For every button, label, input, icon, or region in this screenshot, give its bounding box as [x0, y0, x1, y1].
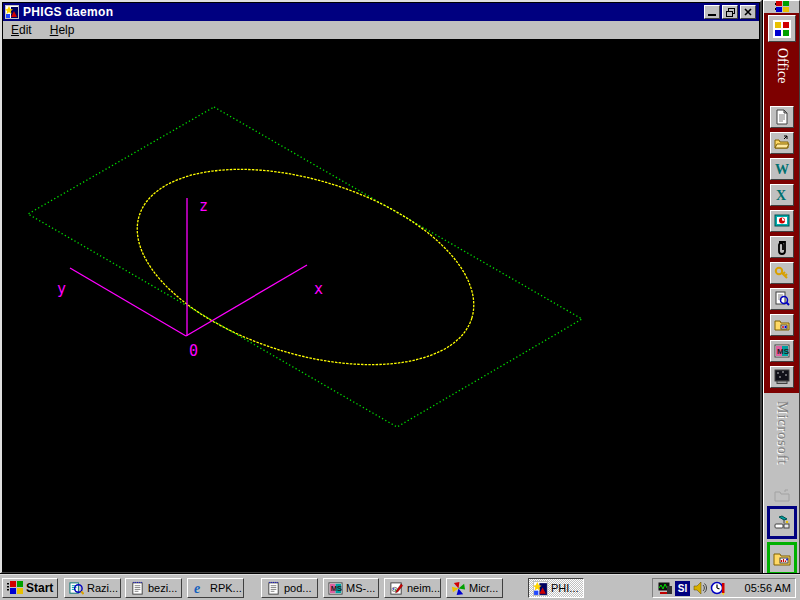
phigs-app-icon: [5, 5, 19, 19]
open-folder-icon: [774, 135, 790, 151]
schedule-clock-icon: [774, 213, 790, 229]
schedule-button[interactable]: [770, 210, 794, 232]
notepad-icon: [130, 581, 145, 596]
desktop-toolbar-button[interactable]: [767, 506, 797, 539]
explorer-icon: [69, 581, 84, 596]
task-button-msdos[interactable]: MS MS-...: [323, 578, 379, 598]
new-document-button[interactable]: [770, 106, 794, 128]
menu-bar: Edit Help: [3, 21, 759, 39]
starry-screen-icon: [774, 369, 790, 385]
task-label: Micr...: [469, 582, 498, 594]
new-document-icon: [774, 109, 790, 125]
svg-text:MS: MS: [331, 584, 342, 593]
system-tray: SI 05:56 AM: [652, 578, 796, 598]
key-icon: [774, 265, 790, 281]
office-shortcut-bar: Office W: [763, 0, 800, 574]
folder-image-button[interactable]: [770, 314, 794, 336]
clock[interactable]: 05:56 AM: [745, 582, 791, 594]
task-label: neim...: [407, 582, 440, 594]
windows-logo-icon: [775, 1, 789, 13]
start-windows-logo-icon: [7, 581, 23, 595]
office-bar-menu-button[interactable]: [764, 1, 799, 13]
svg-text:W: W: [775, 162, 789, 177]
internet-explorer-icon: e: [192, 581, 207, 596]
minimize-icon: [708, 14, 716, 16]
menu-edit-accel: E: [11, 23, 19, 37]
task-label: RPK...: [210, 582, 242, 594]
close-button[interactable]: [740, 5, 756, 19]
graphics-client-area: [3, 39, 759, 571]
phigs-app-icon: [533, 581, 548, 596]
title-bar[interactable]: PHIGS daemon: [3, 3, 759, 21]
task-button-paint[interactable]: neim...: [384, 578, 441, 598]
menu-edit-rest: dit: [19, 23, 32, 37]
access-button[interactable]: [770, 262, 794, 284]
scheduler-clock-icon[interactable]: [710, 580, 726, 596]
start-label: Start: [26, 581, 53, 595]
word-button[interactable]: W: [770, 158, 794, 180]
task-label: Razi...: [87, 582, 118, 594]
find-document-icon: [774, 291, 790, 307]
find-button[interactable]: [770, 288, 794, 310]
desktop-icon: [772, 513, 792, 533]
binder-clip-icon: [774, 239, 790, 255]
office-logo-icon: [773, 20, 791, 38]
task-button-notepad-2[interactable]: pod...: [261, 578, 318, 598]
task-button-internet[interactable]: e RPK...: [187, 578, 244, 598]
minimize-button[interactable]: [704, 5, 720, 19]
office-toolbar-section: Office W: [764, 13, 799, 393]
task-label: pod...: [284, 582, 312, 594]
window-title: PHIGS daemon: [23, 5, 113, 19]
task-button-explorer[interactable]: Razi...: [64, 578, 121, 598]
task-label: MS-...: [346, 582, 375, 594]
system-monitor-icon[interactable]: [657, 580, 673, 596]
ms-dos-icon: MS: [328, 581, 343, 596]
start-button[interactable]: Start: [2, 578, 58, 598]
task-button-notepad-1[interactable]: bezi...: [125, 578, 182, 598]
msdos-button[interactable]: MS: [770, 340, 794, 362]
office-bar-title: Office: [775, 48, 789, 100]
folder-chart-icon: [772, 549, 792, 569]
disabled-folder-icon: [774, 489, 790, 503]
task-label: PHI...: [551, 582, 579, 594]
task-label: bezi...: [148, 582, 177, 594]
restore-icon: [726, 8, 735, 17]
svg-text:e: e: [194, 581, 200, 596]
svg-text:MS: MS: [777, 347, 790, 356]
open-document-button[interactable]: [770, 132, 794, 154]
menu-edit[interactable]: Edit: [11, 23, 32, 37]
task-button-office-app[interactable]: Micr...: [446, 578, 503, 598]
menu-help-rest: elp: [58, 23, 74, 37]
window-controls: [704, 5, 757, 19]
volume-icon[interactable]: [692, 580, 708, 596]
svg-text:X: X: [776, 188, 786, 203]
close-icon: [744, 8, 752, 16]
office-logo-button[interactable]: [768, 15, 796, 42]
menu-help[interactable]: Help: [50, 23, 75, 37]
desktop: PHIGS daemon Edit Help: [0, 0, 800, 600]
microsoft-brand-label: Microsoft: [775, 401, 789, 485]
ms-dos-icon: MS: [774, 343, 790, 359]
phigs-window: PHIGS daemon Edit Help: [0, 0, 762, 574]
notepad-icon: [266, 581, 281, 596]
excel-icon: X: [774, 187, 790, 203]
microsoft-toolbar-section: Microsoft: [764, 393, 799, 575]
binder-button[interactable]: [770, 236, 794, 258]
folders-toolbar-button[interactable]: [767, 542, 797, 575]
taskbar: Start Razi... bezi... e RPK...: [0, 574, 800, 600]
maximize-button[interactable]: [722, 5, 738, 19]
dark-screen-button[interactable]: [770, 366, 794, 388]
paint-icon: [389, 581, 404, 596]
office-app-icon: [451, 581, 466, 596]
excel-button[interactable]: X: [770, 184, 794, 206]
task-button-phigs[interactable]: PHI...: [528, 578, 584, 598]
keyboard-layout-indicator[interactable]: SI: [675, 581, 690, 596]
folder-image-icon: [774, 317, 790, 333]
word-icon: W: [774, 161, 790, 177]
